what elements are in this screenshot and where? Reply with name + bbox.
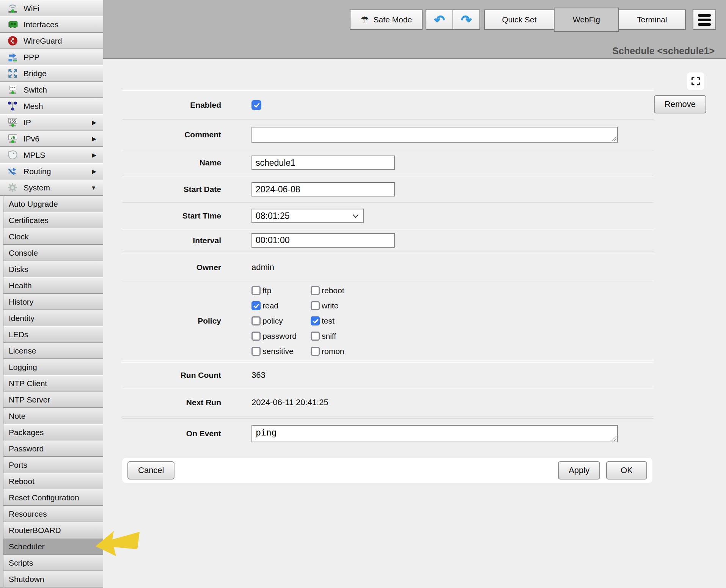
sidebar-item-routerboard[interactable]: RouterBOARD: [3, 522, 103, 538]
sidebar-item-clock[interactable]: Clock: [3, 228, 103, 245]
policy-option-label: password: [262, 332, 297, 341]
sidebar-subitem-label: Auto Upgrade: [9, 200, 58, 209]
sidebar-subitem-label: Certificates: [9, 216, 49, 225]
tab-terminal[interactable]: Terminal: [618, 9, 686, 30]
sidebar-item-wireguard[interactable]: WireGuard: [0, 33, 103, 49]
sidebar-item-routing[interactable]: Routing ▶: [0, 163, 103, 179]
sidebar-item-note[interactable]: Note: [3, 408, 103, 424]
sidebar-item-reboot[interactable]: Reboot: [3, 473, 103, 489]
section-separator: [122, 417, 654, 417]
form-row-interval: Interval: [103, 230, 726, 251]
sidebar-item-mpls[interactable]: MPLS ▶: [0, 147, 103, 163]
sidebar-item-ppp[interactable]: PPP: [0, 49, 103, 65]
mpls-icon: [6, 149, 19, 161]
sidebar-item-auto-upgrade[interactable]: Auto Upgrade: [3, 196, 103, 212]
sidebar-item-shutdown[interactable]: Shutdown: [3, 571, 103, 587]
sidebar-item-console[interactable]: Console: [3, 245, 103, 261]
policy-checkbox-romon[interactable]: [311, 347, 320, 356]
sidebar-item-certificates[interactable]: Certificates: [3, 212, 103, 228]
expand-button[interactable]: [687, 72, 704, 90]
sidebar-item-resources[interactable]: Resources: [3, 506, 103, 522]
sidebar-item-ntp-server[interactable]: NTP Server: [3, 391, 103, 408]
cancel-button[interactable]: Cancel: [127, 461, 174, 480]
mesh-icon: [6, 101, 19, 112]
sidebar-item-scripts[interactable]: Scripts: [3, 555, 103, 571]
policy-checkbox-read[interactable]: [251, 301, 261, 310]
sidebar-item-health[interactable]: Health: [3, 277, 103, 294]
policy-option-label: test: [322, 316, 335, 325]
sidebar-item-disks[interactable]: Disks: [3, 261, 103, 277]
remove-button[interactable]: Remove: [654, 95, 706, 113]
ok-button[interactable]: OK: [606, 461, 647, 480]
enabled-checkbox[interactable]: [251, 100, 261, 110]
sidebar-item-password[interactable]: Password: [3, 440, 103, 457]
undo-icon: ↶: [434, 13, 445, 26]
sidebar-subitem-label: Clock: [9, 232, 29, 241]
name-label: Name: [103, 158, 221, 167]
policy-checkbox-grid: ftp reboot read write policy test passwo…: [251, 286, 344, 356]
tab-quick-set[interactable]: Quick Set: [484, 9, 555, 30]
policy-checkbox-password[interactable]: [251, 332, 261, 341]
sidebar-item-label: System: [24, 183, 50, 192]
ppp-icon: [6, 52, 19, 63]
policy-checkbox-sniff[interactable]: [311, 332, 320, 341]
start-time-select[interactable]: 08:01:25: [251, 209, 364, 223]
sidebar-item-ip[interactable]: 255 IP ▶: [0, 114, 103, 130]
safe-mode-button[interactable]: ☂ Safe Mode: [350, 9, 423, 30]
next-run-value: 2024-06-11 20:41:25: [251, 398, 328, 407]
undo-button[interactable]: ↶: [426, 9, 453, 30]
sidebar-item-system[interactable]: System ▼: [0, 179, 103, 196]
submenu-arrow-icon: ▶: [92, 168, 99, 175]
sidebar-item-interfaces[interactable]: Interfaces: [0, 16, 103, 33]
sidebar-item-wifi[interactable]: WiFi: [0, 0, 103, 16]
policy-checkbox-policy[interactable]: [251, 316, 261, 325]
sidebar-item-reset-configuration[interactable]: Reset Configuration: [3, 489, 103, 506]
sidebar-item-label: WiFi: [24, 4, 39, 13]
sidebar-item-identity[interactable]: Identity: [3, 310, 103, 326]
submenu-arrow-icon: ▼: [91, 184, 99, 191]
policy-checkbox-write[interactable]: [311, 301, 320, 310]
tab-webfig[interactable]: WebFig: [554, 8, 619, 32]
comment-input[interactable]: [251, 127, 618, 143]
menu-button[interactable]: [693, 9, 716, 30]
ip-icon: 255: [6, 117, 19, 128]
sidebar-item-label: IPv6: [24, 134, 39, 143]
sidebar-subitem-label: Password: [9, 444, 44, 453]
sidebar-item-label: Switch: [24, 85, 47, 94]
page-title: Schedule <schedule1>: [612, 46, 715, 57]
sidebar: WiFi Interfaces WireGuard PPP Bridge Swi…: [0, 0, 103, 588]
interval-input[interactable]: [251, 233, 395, 248]
policy-checkbox-test[interactable]: [311, 316, 320, 325]
sidebar-subitem-label: LEDs: [9, 330, 28, 339]
policy-label: Policy: [103, 316, 221, 325]
sidebar-item-license[interactable]: License: [3, 343, 103, 359]
policy-checkbox-ftp[interactable]: [251, 286, 261, 295]
policy-option-label: sniff: [322, 332, 336, 341]
top-toolbar: ☂ Safe Mode ↶ ↷ Quick Set WebFig Termina…: [350, 8, 716, 32]
redo-button[interactable]: ↷: [453, 9, 480, 30]
start-time-label: Start Time: [103, 211, 221, 220]
on-event-input[interactable]: ping: [251, 425, 618, 442]
svg-text:v6: v6: [10, 135, 15, 140]
apply-button[interactable]: Apply: [558, 461, 600, 480]
name-input[interactable]: [251, 156, 395, 170]
sidebar-item-switch[interactable]: Switch: [0, 82, 103, 98]
sidebar-item-history[interactable]: History: [3, 294, 103, 310]
sidebar-item-ipv6[interactable]: v6 IPv6 ▶: [0, 130, 103, 147]
policy-checkbox-sensitive[interactable]: [251, 347, 261, 356]
start-date-input[interactable]: [251, 182, 395, 197]
switch-icon: [6, 84, 19, 96]
sidebar-item-bridge[interactable]: Bridge: [0, 65, 103, 82]
sidebar-item-logging[interactable]: Logging: [3, 359, 103, 375]
umbrella-icon: ☂: [360, 14, 369, 26]
sidebar-item-leds[interactable]: LEDs: [3, 326, 103, 343]
sidebar-item-packages[interactable]: Packages: [3, 424, 103, 440]
policy-checkbox-reboot[interactable]: [311, 286, 320, 295]
sidebar-item-label: Mesh: [24, 102, 43, 111]
sidebar-item-scheduler[interactable]: Scheduler: [3, 538, 103, 555]
sidebar-item-ntp-client[interactable]: NTP Client: [3, 375, 103, 391]
sidebar-subitem-label: Scripts: [9, 558, 33, 568]
interfaces-icon: [6, 19, 19, 30]
sidebar-item-ports[interactable]: Ports: [3, 457, 103, 473]
sidebar-item-mesh[interactable]: Mesh: [0, 98, 103, 114]
